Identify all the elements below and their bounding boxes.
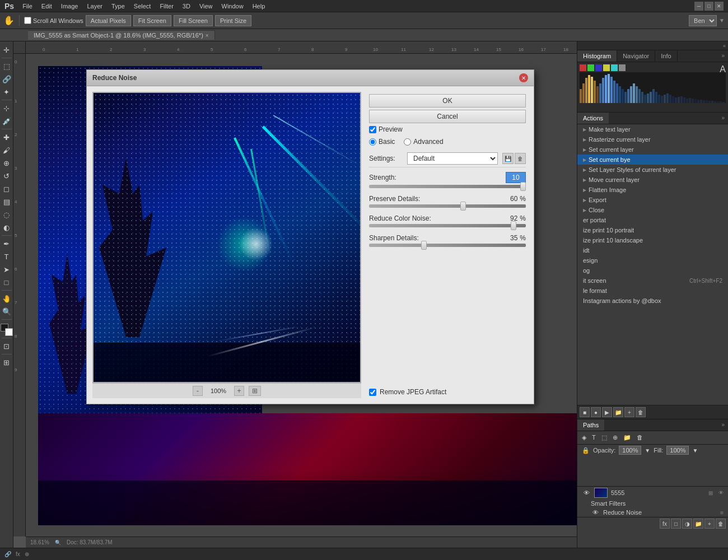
clone-tool-icon[interactable]: ⊕ (1, 157, 13, 169)
action-flatten-image[interactable]: ▶ Flatten Image (577, 185, 728, 195)
green-swatch[interactable] (587, 64, 594, 71)
preview-fit-button[interactable]: ⊞ (249, 386, 261, 396)
brush-tool-icon[interactable]: 🖌 (1, 144, 13, 156)
opacity-input[interactable] (619, 446, 641, 455)
layers-delete-button[interactable]: 🗑 (716, 519, 726, 529)
red-swatch[interactable] (580, 64, 586, 71)
move-tool-icon[interactable]: ✛ (1, 44, 13, 56)
layers-mask-button[interactable]: □ (671, 519, 681, 529)
preview-zoom-out-button[interactable]: - (193, 386, 203, 396)
opacity-arrow[interactable]: ▼ (645, 447, 650, 454)
path-select-icon[interactable]: ➤ (1, 263, 13, 276)
tab-info[interactable]: Info (655, 50, 677, 62)
eyedropper-tool-icon[interactable]: 💉 (1, 115, 13, 127)
tab-histogram[interactable]: Histogram (577, 50, 617, 62)
layer-visibility-reduce-noise[interactable]: 👁 (591, 509, 600, 516)
lasso-tool-icon[interactable]: 🔗 (1, 73, 13, 85)
settings-dropdown[interactable]: Default Custom (407, 152, 498, 165)
layer-item-5555[interactable]: 👁 5555 ⊞ 👁 (577, 487, 728, 499)
preserve-details-track[interactable] (369, 204, 526, 208)
dialog-close-button[interactable]: ✕ (519, 73, 528, 82)
action-print-portrait[interactable]: ize print 10 portrait (577, 225, 728, 235)
action-export[interactable]: ▶ Export (577, 195, 728, 205)
crop-tool-icon[interactable]: ⊹ (1, 102, 13, 114)
pen-tool-icon[interactable]: ✒ (1, 237, 13, 250)
action-it-screen[interactable]: it screen Ctrl+Shift+F2 (577, 276, 728, 286)
action-set-current-bye[interactable]: ▶ Set current bye (577, 155, 728, 165)
dodge-tool-icon[interactable]: ◐ (1, 221, 13, 234)
strength-thumb[interactable] (520, 182, 526, 191)
fill-input[interactable] (666, 446, 689, 455)
layer-eye-right-icon[interactable]: 👁 (718, 490, 724, 496)
workspace-arrow[interactable]: ▼ (719, 17, 725, 24)
layers-folder-button[interactable]: 📁 (693, 519, 703, 529)
actions-record-button[interactable]: ● (591, 407, 601, 417)
actions-stop-button[interactable]: ■ (580, 407, 590, 417)
action-move-layer[interactable]: ▶ Move current layer (577, 175, 728, 185)
menu-view[interactable]: View (195, 2, 217, 11)
sharpen-details-thumb[interactable] (421, 241, 427, 250)
histogram-panel-expand[interactable]: » (718, 50, 728, 62)
zoom-tool-icon[interactable]: 🔍 (1, 305, 13, 318)
layer-visibility-icon[interactable]: 👁 (582, 489, 591, 496)
minimize-button[interactable]: ─ (694, 2, 703, 11)
healing-tool-icon[interactable]: ✚ (1, 131, 13, 143)
layers-adjustment-button[interactable]: ◑ (682, 519, 692, 529)
hand-tool-icon-side[interactable]: 🤚 (1, 292, 13, 305)
yellow-swatch[interactable] (603, 64, 610, 71)
action-print-landscape[interactable]: ize print 10 landscape (577, 235, 728, 245)
blur-tool-icon[interactable]: ◌ (1, 208, 13, 221)
blue-swatch[interactable] (595, 64, 602, 71)
actions-delete-button[interactable]: 🗑 (636, 407, 646, 417)
actions-panel-expand[interactable]: » (718, 113, 728, 124)
advanced-radio[interactable] (404, 138, 411, 146)
close-button[interactable]: ✕ (715, 2, 724, 11)
action-er-portat[interactable]: er portat (577, 215, 728, 225)
grey-swatch[interactable] (619, 64, 626, 71)
layer-item-smart-filters[interactable]: Smart Filters (577, 499, 728, 508)
strength-input[interactable] (506, 172, 526, 183)
layer-item-reduce-noise[interactable]: 👁 Reduce Noise ≡ (577, 508, 728, 517)
menu-type[interactable]: Type (108, 2, 129, 11)
tab-actions[interactable]: Actions (577, 113, 609, 124)
reduce-color-noise-thumb[interactable] (511, 221, 516, 230)
strength-track[interactable] (369, 185, 526, 188)
hand-tool-icon[interactable]: ✋ (3, 15, 15, 26)
basic-radio-option[interactable]: Basic (369, 138, 395, 146)
file-tab-active[interactable]: IMG_5555 as Smart Object-1 @ 18.6% (IMG_… (28, 30, 215, 40)
type-tool-icon[interactable]: T (1, 250, 13, 263)
file-tab-close[interactable]: × (206, 32, 209, 39)
action-rasterize-layer[interactable]: ▶ Rasterize current layer (577, 134, 728, 144)
action-esign[interactable]: esign (577, 255, 728, 265)
action-instagram[interactable]: Instagram actions by @dbox (577, 296, 728, 306)
menu-select[interactable]: Select (130, 2, 155, 11)
print-size-button[interactable]: Print Size (215, 15, 251, 26)
gradient-tool-icon[interactable]: ▤ (1, 195, 13, 208)
basic-radio[interactable] (369, 138, 376, 146)
ok-button[interactable]: OK (369, 94, 526, 108)
actions-play-button[interactable]: ▶ (602, 407, 612, 417)
cancel-button[interactable]: Cancel (369, 110, 526, 123)
layers-new-button[interactable]: + (704, 519, 715, 529)
eraser-tool-icon[interactable]: ◻ (1, 183, 13, 195)
preview-label[interactable]: Preview (379, 125, 403, 133)
paths-panel-expand[interactable]: » (718, 419, 728, 431)
quick-mask-icon[interactable]: ⊡ (1, 340, 13, 352)
shape-tool-icon[interactable]: □ (1, 276, 13, 288)
preview-zoom-in-button[interactable]: + (234, 386, 244, 396)
action-idt[interactable]: idt (577, 245, 728, 255)
actions-new-set-button[interactable]: 📁 (613, 407, 623, 417)
fill-arrow[interactable]: ▼ (692, 447, 698, 454)
fit-screen-button[interactable]: Fit Screen (133, 15, 171, 26)
actions-new-action-button[interactable]: + (624, 407, 634, 417)
menu-file[interactable]: File (18, 2, 36, 11)
action-make-text-layer[interactable]: ▶ Make text layer (577, 124, 728, 134)
action-og[interactable]: og (577, 265, 728, 276)
menu-edit[interactable]: Edit (38, 2, 56, 11)
tab-navigator[interactable]: Navigator (617, 50, 655, 62)
scroll-all-windows-checkbox[interactable] (24, 17, 31, 24)
preserve-details-thumb[interactable] (460, 202, 466, 211)
action-le-format[interactable]: le format (577, 286, 728, 296)
cyan-swatch[interactable] (611, 64, 618, 71)
fill-screen-button[interactable]: Fill Screen (174, 15, 213, 26)
